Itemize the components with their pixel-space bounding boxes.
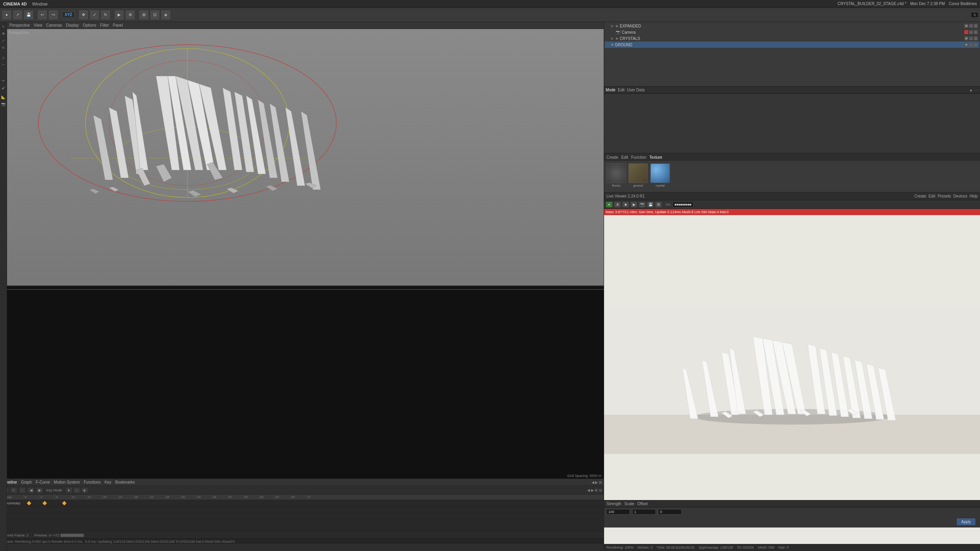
obj-ctrl-grd-1[interactable]: 👁 xyxy=(964,43,968,47)
tl-btn-2[interactable]: + xyxy=(10,487,17,493)
lv-btn-render[interactable]: ▶ xyxy=(630,201,637,208)
tl-tab-motion[interactable]: Motion System xyxy=(53,480,80,484)
tool-select[interactable]: ↖ xyxy=(0,24,7,30)
obj-ctrl-cry-3[interactable]: □ xyxy=(974,36,978,40)
obj-ctrl-vis-exp[interactable]: 👁 xyxy=(964,24,968,28)
tl-tab-functions[interactable]: Functions xyxy=(83,480,101,484)
main-viewport[interactable]: Perspective xyxy=(7,29,604,478)
tool-move[interactable]: ✥ xyxy=(0,31,7,37)
tl-tab-bookmarks[interactable]: Bookmarks xyxy=(114,480,136,484)
obj-row-crystals[interactable]: ▶ ◈ CRYSTALS 👁 ○ □ xyxy=(605,35,979,42)
live-viewer-title: Live Viewer 2.24.0 R1 xyxy=(606,194,645,198)
lv-sub-edit[interactable]: Edit xyxy=(929,194,935,198)
svg-marker-21 xyxy=(301,111,321,190)
menu-window[interactable]: Window xyxy=(32,2,47,6)
tex-tab-texture[interactable]: Texture xyxy=(650,155,662,160)
obj-ctrl-cam-3[interactable]: □ xyxy=(974,30,978,34)
tex-tab-function[interactable]: Function xyxy=(631,155,646,160)
tl-tab-key[interactable]: Key xyxy=(104,480,112,484)
obj-row-camera[interactable]: 📷 Camera ○ □ xyxy=(605,29,979,35)
toolbar-scale[interactable]: ⤢ xyxy=(89,10,100,20)
obj-ctrl-cry-1[interactable]: 👁 xyxy=(964,36,968,40)
attr-input-2[interactable]: 1 xyxy=(632,509,656,515)
toolbar-save[interactable]: 💾 xyxy=(24,10,34,20)
toolbar-snap[interactable]: ⊡ xyxy=(150,10,160,20)
lv-sub-help[interactable]: Help xyxy=(969,194,978,198)
sub-menu-cameras[interactable]: Cameras xyxy=(45,23,63,27)
swatch-crystal[interactable] xyxy=(650,163,670,183)
viewport-canvas[interactable]: Grid Spacing: 5000 m xyxy=(7,29,604,478)
lv-sub-devices[interactable]: Devices xyxy=(953,194,967,198)
obj-ctrl-render-exp[interactable]: ○ xyxy=(969,24,973,28)
lv-header-controls: Create Edit Presets Devices Help xyxy=(915,194,978,198)
toolbar-new[interactable]: ● xyxy=(2,10,12,20)
obj-ctrl-cam-red[interactable] xyxy=(964,30,968,34)
lv-btn-pause[interactable]: ⏸ xyxy=(614,201,621,208)
tl-mode-btn-2[interactable]: ○ xyxy=(73,487,80,493)
prop-tab-userdata[interactable]: User Data xyxy=(627,88,644,92)
sub-menu-view[interactable]: View xyxy=(33,23,43,27)
sub-menu-perspective[interactable]: Perspective xyxy=(9,23,31,27)
prop-expand-btn[interactable]: ▲ xyxy=(969,88,973,92)
toolbar-grid[interactable]: ⊞ xyxy=(139,10,149,20)
toolbar-render[interactable]: ▶ xyxy=(114,10,124,20)
swatch-rocks[interactable] xyxy=(606,163,626,183)
lv-btn-stop[interactable]: ■ xyxy=(622,201,629,208)
attr-apply-button[interactable]: Apply xyxy=(957,518,975,525)
tool-edge[interactable]: ─ xyxy=(0,61,7,67)
tex-tab-edit[interactable]: Edit xyxy=(621,155,628,160)
tl-btn-3[interactable]: - xyxy=(19,487,26,493)
swatch-ground[interactable] xyxy=(628,163,648,183)
toolbar-object[interactable]: ◈ xyxy=(161,10,171,20)
obj-ctrl-cam-2[interactable]: ○ xyxy=(969,30,973,34)
live-viewer-canvas[interactable] xyxy=(604,215,980,544)
obj-row-ground[interactable]: ■ GROUND 👁 ○ □ xyxy=(605,42,979,48)
toolbar-xyz[interactable]: XYZ xyxy=(62,11,75,18)
lv-btn-camera[interactable]: 📷 xyxy=(639,201,646,208)
toolbar-redo[interactable]: ↪ xyxy=(48,10,58,20)
lv-btn-save[interactable]: 💾 xyxy=(647,201,654,208)
tl-tab-fcurve[interactable]: F-Curve xyxy=(35,480,51,484)
tool-scale[interactable]: ⤢ xyxy=(0,38,7,44)
prop-tab-edit[interactable]: Edit xyxy=(618,88,624,92)
lv-sub-presets[interactable]: Presets xyxy=(938,194,951,198)
prop-tab-mode[interactable]: Mode xyxy=(606,88,615,92)
prop-more-btn[interactable]: ⋯ xyxy=(975,88,978,92)
toolbar-undo[interactable]: ↩ xyxy=(37,10,47,20)
lv-sub-create[interactable]: Create xyxy=(915,194,926,198)
tex-tab-create[interactable]: Create xyxy=(606,155,618,160)
tl-btn-4[interactable]: ◀ xyxy=(27,487,34,493)
tool-measure[interactable]: 📐 xyxy=(0,94,7,100)
obj-ctrl-grd-3[interactable]: □ xyxy=(974,43,978,47)
toolbar-render-settings[interactable]: ⚙ xyxy=(125,10,135,20)
tool-camera[interactable]: 📷 xyxy=(0,101,7,107)
sub-menu-panel[interactable]: Panel xyxy=(112,23,124,27)
sub-menu-options[interactable]: Options xyxy=(82,23,97,27)
tl-header-right: ◀ ▶ ⊞ xyxy=(592,480,602,484)
attr-input-3[interactable]: 0 xyxy=(658,509,682,515)
tl-scrubber[interactable] xyxy=(60,534,602,537)
attr-input-1[interactable]: 100 xyxy=(606,509,630,515)
ruler-44: 44 xyxy=(196,495,212,500)
tool-point[interactable]: · xyxy=(0,68,7,74)
kf-summary-track[interactable] xyxy=(24,500,604,506)
tl-btn-5[interactable]: ▶ xyxy=(36,487,43,493)
tl-mode-btn-3[interactable]: ◈ xyxy=(81,487,88,493)
toolbar-move[interactable]: ✥ xyxy=(78,10,89,20)
lv-btn-settings[interactable]: ⚙ xyxy=(655,201,662,208)
obj-ctrl-lock-exp[interactable]: □ xyxy=(974,24,978,28)
lv-btn-run[interactable]: ● xyxy=(606,201,613,208)
tl-mode-btn-1[interactable]: ● xyxy=(65,487,73,493)
tl-tab-graph[interactable]: Graph xyxy=(20,480,33,484)
obj-ctrl-grd-2[interactable]: ○ xyxy=(969,43,973,47)
tool-brush[interactable]: ✏ xyxy=(0,78,7,84)
toolbar-open[interactable]: ↗ xyxy=(13,10,23,20)
toolbar-rotate[interactable]: ↻ xyxy=(100,10,111,20)
tool-paint[interactable]: 🖌 xyxy=(0,85,7,91)
obj-ctrl-cry-2[interactable]: ○ xyxy=(969,36,973,40)
sub-menu-filter[interactable]: Filter xyxy=(100,23,110,27)
obj-row-expanded[interactable]: ▶ ◈ EXPANDED 👁 ○ □ xyxy=(605,23,979,29)
tool-polygon[interactable]: △ xyxy=(0,54,7,60)
tool-rotate[interactable]: ↻ xyxy=(0,45,7,51)
sub-menu-display[interactable]: Display xyxy=(65,23,80,27)
